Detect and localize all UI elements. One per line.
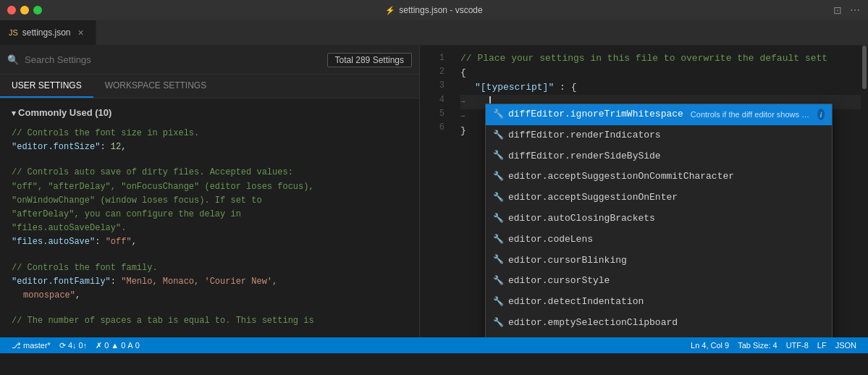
line-num-4: 4: [420, 93, 444, 107]
autocomplete-item-5[interactable]: 🔧 editor.autoClosingBrackets: [486, 208, 832, 229]
autocomplete-desc-0: Controls if the diff editor shows change…: [691, 109, 813, 122]
sync-counts: 4↓ 0↑: [68, 341, 87, 350]
autocomplete-label-8: editor.cursorStyle: [508, 274, 610, 289]
item-icon-9: 🔧: [493, 295, 504, 309]
error-count: 0: [104, 341, 109, 350]
settings-content: Commonly Used (10) // Controls the font …: [0, 98, 419, 337]
code-area[interactable]: // Place your settings in this file to o…: [449, 46, 868, 337]
split-editor-button[interactable]: ⊡: [832, 4, 843, 16]
item-icon-6: 🔧: [493, 233, 504, 247]
autocomplete-item-7[interactable]: 🔧 editor.cursorBlinking: [486, 250, 832, 271]
status-eol[interactable]: LF: [813, 341, 831, 350]
autocomplete-label-5: editor.autoClosingBrackets: [508, 211, 655, 227]
status-position[interactable]: Ln 4, Col 9: [686, 341, 733, 350]
maximize-button[interactable]: [33, 6, 42, 14]
search-bar: 🔍 Total 289 Settings: [0, 46, 419, 75]
item-icon-7: 🔧: [493, 253, 504, 267]
setting-block-fontsize: // Controls the font size in pixels. "ed…: [12, 127, 408, 154]
item-icon-2: 🔧: [493, 149, 504, 163]
autocomplete-item-0[interactable]: 🔧 diffEditor.ignoreTrimWhitespace Contro…: [486, 104, 832, 125]
autocomplete-item-4[interactable]: 🔧 editor.acceptSuggestionOnEnter: [486, 188, 832, 208]
status-tabsize[interactable]: Tab Size: 4: [733, 341, 781, 350]
code-brace-close-outer: }: [460, 124, 466, 138]
arrow-indicator-5: →: [460, 109, 469, 124]
setting-line-fontfamily: "editor.fontFamily": "Menlo, Monaco, 'Co…: [12, 275, 408, 289]
more-actions-button[interactable]: ⋯: [849, 4, 861, 16]
autocomplete-item-2[interactable]: 🔧 diffEditor.renderSideBySide: [486, 146, 832, 167]
autocomplete-item-8[interactable]: 🔧 editor.cursorStyle: [486, 271, 832, 292]
search-icon: 🔍: [7, 54, 19, 65]
autocomplete-label-4: editor.acceptSuggestionOnEnter: [508, 190, 678, 206]
tab-workspace-settings[interactable]: WORKSPACE SETTINGS: [93, 75, 218, 98]
traffic-lights: [7, 6, 42, 14]
status-language[interactable]: JSON: [831, 341, 861, 350]
branch-icon: ⎇: [12, 341, 21, 350]
item-icon-5: 🔧: [493, 212, 504, 226]
branch-name: master*: [23, 341, 51, 350]
code-key-typescript: "[typescript]": [475, 82, 554, 93]
status-right: Ln 4, Col 9 Tab Size: 4 UTF-8 LF JSON: [686, 341, 861, 350]
settings-tabs: USER SETTINGS WORKSPACE SETTINGS: [0, 75, 419, 98]
autocomplete-item-1[interactable]: 🔧 diffEditor.renderIndicators: [486, 125, 832, 146]
setting-block-autosave: // Controls auto save of dirty files. Ac…: [12, 166, 408, 249]
setting-block-tab-comment: // The number of spaces a tab is equal t…: [12, 314, 408, 328]
warning-icon: ▲: [111, 341, 119, 350]
autocomplete-dropdown[interactable]: 🔧 diffEditor.ignoreTrimWhitespace Contro…: [485, 104, 833, 337]
tab-settings-json[interactable]: JS settings.json ×: [0, 20, 96, 45]
status-sync[interactable]: ⟳ 4↓ 0↑: [55, 337, 91, 353]
autocomplete-item-6[interactable]: 🔧 editor.codeLens: [486, 229, 832, 250]
item-icon-4: 🔧: [493, 191, 504, 205]
code-line-3: "[typescript]" : {: [460, 80, 868, 95]
eol-text: LF: [817, 341, 827, 350]
arrow-indicator-4: →: [460, 95, 469, 109]
autocomplete-item-11[interactable]: 🔧 editor.folding: [486, 334, 832, 337]
setting-block-fontfamily: // Controls the font family. "editor.fon…: [12, 261, 408, 303]
main-content: 🔍 Total 289 Settings USER SETTINGS WORKS…: [0, 46, 868, 337]
autocomplete-label-6: editor.codeLens: [508, 232, 593, 248]
titlebar-actions: ⊡ ⋯: [832, 4, 861, 16]
editor-scrollbar-thumb[interactable]: [862, 46, 867, 89]
search-input[interactable]: [25, 54, 321, 65]
code-line-2: {: [460, 66, 868, 80]
line-num-1: 1: [420, 51, 444, 65]
autocomplete-item-9[interactable]: 🔧 editor.detectIndentation: [486, 292, 832, 313]
item-icon-10: 🔧: [493, 316, 504, 330]
close-button[interactable]: [7, 6, 16, 14]
file-icon: ⚡: [385, 6, 395, 15]
autocomplete-item-10[interactable]: 🔧 editor.emptySelectionClipboard: [486, 313, 832, 334]
status-errors[interactable]: ✗ 0 ▲ 0 A 0: [91, 337, 144, 353]
item-icon-8: 🔧: [493, 274, 504, 288]
autocomplete-label-2: diffEditor.renderSideBySide: [508, 149, 661, 164]
info-icon-0[interactable]: i: [817, 109, 825, 120]
autocomplete-label-9: editor.detectIndentation: [508, 295, 644, 310]
status-encoding[interactable]: UTF-8: [782, 341, 813, 350]
setting-comment-fontfamily: // Controls the font family.: [12, 261, 408, 275]
sync-icon: ⟳: [59, 341, 66, 350]
editor-code-area[interactable]: 1 2 3 4 5 6 // Place your settings in th…: [420, 46, 868, 337]
item-icon-0: 🔧: [493, 108, 504, 122]
titlebar: ⚡ settings.json - vscode ⊡ ⋯: [0, 0, 868, 20]
status-branch[interactable]: ⎇ master*: [7, 337, 55, 353]
tab-close-button[interactable]: ×: [75, 27, 87, 38]
setting-comment-tab: // The number of spaces a tab is equal t…: [12, 314, 408, 328]
error-icon: ✗: [96, 341, 102, 350]
setting-comment-fontsize: // Controls the font size in pixels.: [12, 127, 408, 140]
section-header: Commonly Used (10): [12, 107, 408, 118]
minimize-button[interactable]: [20, 6, 29, 14]
autocomplete-label-11: editor.folding: [508, 337, 587, 337]
item-icon-3: 🔧: [493, 170, 504, 184]
autocomplete-label-0: diffEditor.ignoreTrimWhitespace: [508, 107, 683, 122]
setting-comment-autosave-5: "files.autoSaveDelay".: [12, 222, 408, 235]
setting-comment-autosave-3: "onWindowChange" (window loses focus). I…: [12, 194, 408, 208]
item-icon-1: 🔧: [493, 129, 504, 143]
autocomplete-item-3[interactable]: 🔧 editor.acceptSuggestionOnCommitCharact…: [486, 167, 832, 188]
message-icon: A: [127, 341, 132, 350]
editor-scrollbar[interactable]: [861, 46, 868, 337]
editor-panel: 1 2 3 4 5 6 // Place your settings in th…: [420, 46, 868, 337]
autocomplete-label-3: editor.acceptSuggestionOnCommitCharacter: [508, 169, 734, 185]
window-title: ⚡ settings.json - vscode: [385, 5, 482, 15]
settings-panel: 🔍 Total 289 Settings USER SETTINGS WORKS…: [0, 46, 420, 337]
message-count: 0: [135, 341, 140, 350]
tab-user-settings[interactable]: USER SETTINGS: [0, 75, 93, 98]
line-num-2: 2: [420, 65, 444, 79]
